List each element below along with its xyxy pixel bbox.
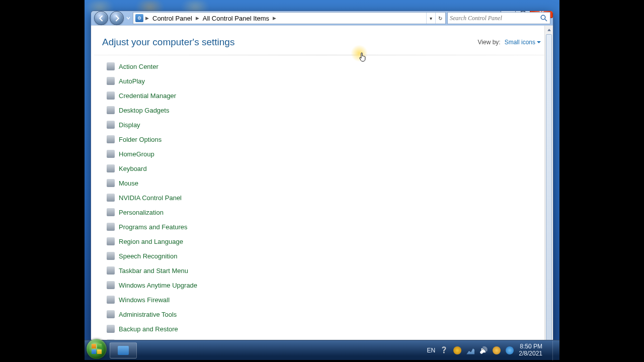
scroll-track[interactable] <box>545 34 553 340</box>
refresh-button[interactable]: ↻ <box>435 13 444 24</box>
taskbar[interactable]: EN ❔ 8:50 PM 2/8/2021 <box>85 340 559 360</box>
items-grid: Action CenterAutoPlayCredential ManagerD… <box>103 59 543 340</box>
scroll-up-button[interactable] <box>545 26 553 34</box>
nav-back-button[interactable] <box>94 11 108 25</box>
network-tray-icon[interactable] <box>466 346 474 354</box>
item-label: Administrative Tools <box>119 311 177 318</box>
item-label: Taskbar and Start Menu <box>119 267 188 275</box>
item-label: Personalization <box>119 209 164 216</box>
search-input[interactable] <box>450 15 540 22</box>
control-panel-item[interactable]: Action Center <box>103 59 236 73</box>
clock-date: 2/8/2021 <box>519 350 542 357</box>
control-panel-item[interactable]: Keyboard <box>103 161 236 175</box>
tray-icon[interactable] <box>506 346 514 354</box>
start-button[interactable] <box>87 339 107 359</box>
breadcrumb-separator[interactable]: ▶ <box>273 16 276 21</box>
action-center-tray-icon[interactable] <box>453 346 461 354</box>
item-label: Region and Language <box>119 238 183 245</box>
item-label: Desktop Gadgets <box>119 107 169 114</box>
item-icon <box>107 310 115 318</box>
item-icon <box>107 194 115 202</box>
breadcrumb-separator[interactable]: ▶ <box>196 16 199 21</box>
view-by-dropdown[interactable]: Small icons <box>505 39 541 46</box>
navigation-bar: ⚙ ▶ Control Panel ▶ All Control Panel It… <box>91 11 553 25</box>
desktop-background: ⚙ ▶ Control Panel ▶ All Control Panel It… <box>85 0 559 340</box>
divider <box>94 55 550 55</box>
item-label: Windows Anytime Upgrade <box>119 282 197 289</box>
items-viewport: Action CenterAutoPlayCredential ManagerD… <box>91 59 553 340</box>
control-panel-item[interactable]: Date and Time <box>103 336 236 340</box>
control-panel-item[interactable]: Programs and Features <box>103 220 236 234</box>
taskbar-item-control-panel[interactable] <box>110 342 137 358</box>
item-icon <box>107 237 115 245</box>
item-label: Keyboard <box>119 165 147 172</box>
control-panel-item[interactable]: Credential Manager <box>103 88 236 103</box>
breadcrumb-root[interactable]: Control Panel <box>151 15 194 22</box>
search-box[interactable] <box>447 12 550 24</box>
page-title: Adjust your computer's settings <box>102 37 234 48</box>
control-panel-item[interactable]: Administrative Tools <box>103 307 236 321</box>
control-panel-item[interactable]: Windows Firewall <box>103 293 236 307</box>
item-label: Action Center <box>119 63 158 70</box>
control-panel-item[interactable]: HomeGroup <box>103 147 236 161</box>
control-panel-item[interactable]: Backup and Restore <box>103 322 236 336</box>
control-panel-item[interactable]: Windows Anytime Upgrade <box>103 278 236 292</box>
vertical-scrollbar[interactable] <box>544 26 553 340</box>
control-panel-item[interactable]: NVIDIA Control Panel <box>103 191 236 205</box>
tray-icon[interactable] <box>493 346 501 354</box>
search-icon[interactable] <box>540 14 548 22</box>
control-panel-window: ⚙ ▶ Control Panel ▶ All Control Panel It… <box>91 11 553 340</box>
item-label: Programs and Features <box>119 223 188 231</box>
item-icon <box>107 164 115 172</box>
item-label: Display <box>119 121 140 129</box>
item-icon <box>107 150 115 158</box>
chevron-down-icon <box>126 16 130 20</box>
control-panel-item[interactable]: AutoPlay <box>103 74 236 88</box>
item-label: Windows Firewall <box>119 296 170 304</box>
view-by: View by: Small icons <box>478 39 541 46</box>
language-indicator[interactable]: EN <box>427 347 436 354</box>
item-icon <box>107 223 115 231</box>
item-icon <box>107 77 115 85</box>
control-panel-item[interactable]: Taskbar and Start Menu <box>103 263 236 278</box>
content-area: Adjust your computer's settings View by:… <box>91 25 553 340</box>
item-label: Backup and Restore <box>119 325 178 333</box>
control-panel-item[interactable]: Mouse <box>103 176 236 190</box>
system-tray: EN ❔ 8:50 PM 2/8/2021 <box>427 340 557 360</box>
control-panel-icon: ⚙ <box>135 14 143 22</box>
item-icon <box>107 281 115 289</box>
control-panel-item[interactable]: Folder Options <box>103 132 236 146</box>
item-label: Speech Recognition <box>119 252 177 260</box>
scroll-thumb[interactable] <box>546 34 552 340</box>
breadcrumb-separator[interactable]: ▶ <box>145 16 149 21</box>
arrow-left-icon <box>98 15 105 22</box>
show-desktop-button[interactable] <box>552 340 557 360</box>
volume-tray-icon[interactable] <box>479 346 488 354</box>
item-label: Mouse <box>119 179 138 187</box>
nav-forward-button[interactable] <box>110 11 124 25</box>
control-panel-item[interactable]: Region and Language <box>103 234 236 248</box>
item-icon <box>107 325 115 333</box>
item-icon <box>107 296 115 304</box>
item-icon <box>107 121 115 129</box>
item-icon <box>107 92 115 100</box>
control-panel-item[interactable]: Desktop Gadgets <box>103 103 236 117</box>
address-bar[interactable]: ⚙ ▶ Control Panel ▶ All Control Panel It… <box>133 12 446 24</box>
control-panel-item[interactable]: Display <box>103 118 236 132</box>
address-dropdown[interactable]: ▾ <box>426 13 435 24</box>
clock-time: 8:50 PM <box>519 343 542 350</box>
item-icon <box>107 106 115 114</box>
nav-history-dropdown[interactable] <box>125 16 131 20</box>
item-icon <box>107 135 115 143</box>
item-icon <box>107 62 115 70</box>
taskbar-clock[interactable]: 8:50 PM 2/8/2021 <box>519 343 544 357</box>
control-panel-item[interactable]: Speech Recognition <box>103 249 236 263</box>
control-panel-item[interactable]: Personalization <box>103 205 236 219</box>
help-tray-icon[interactable]: ❔ <box>440 346 448 354</box>
item-icon <box>107 179 115 187</box>
arrow-right-icon <box>114 15 120 22</box>
item-label: NVIDIA Control Panel <box>119 194 182 202</box>
breadcrumb-current[interactable]: All Control Panel Items <box>201 15 271 22</box>
item-icon <box>107 208 115 216</box>
letterbox <box>559 0 644 362</box>
